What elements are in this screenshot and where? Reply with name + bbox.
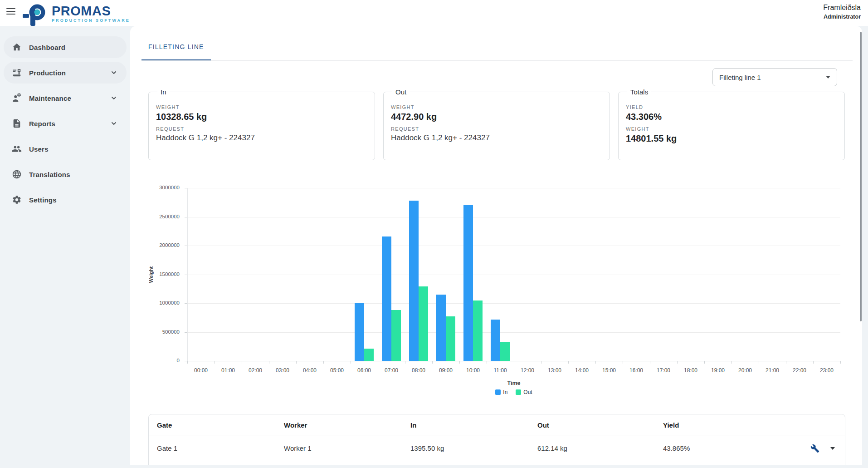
logo-title: PROMAS [52, 4, 130, 18]
engineering-icon [12, 93, 22, 103]
bar-in-07:00[interactable] [382, 236, 391, 361]
x-tick [323, 361, 324, 364]
y-tick-label: 3000000 [137, 185, 180, 190]
vertical-scrollbar[interactable] [860, 32, 862, 321]
bar-in-11:00[interactable] [491, 320, 500, 361]
gates-table: GateWorkerInOutYieldGate 1Worker 11395.5… [148, 414, 845, 465]
sidebar-item-label: Reports [29, 120, 55, 128]
x-tick-label: 07:00 [378, 367, 405, 374]
table-cell: Worker 1 [284, 435, 312, 461]
weight-bar-chart: 3000000250000020000001500000100000050000… [130, 167, 862, 407]
card-field-value: 10328.65 kg [156, 112, 367, 122]
x-tick [759, 361, 759, 364]
bar-in-08:00[interactable] [409, 201, 419, 361]
gridline [187, 188, 840, 188]
user-role: Administrator [823, 14, 861, 20]
sidebar-item-settings[interactable]: Settings [4, 189, 127, 211]
bar-out-10:00[interactable] [473, 301, 483, 361]
card-field-value: 4472.90 kg [391, 112, 602, 122]
table-header-row: GateWorkerInOutYield [149, 414, 845, 435]
y-axis-line [187, 188, 188, 361]
bar-in-10:00[interactable] [463, 205, 473, 361]
x-tick-label: 18:00 [677, 367, 704, 374]
x-tick [269, 361, 269, 364]
x-tick [215, 361, 215, 364]
sidebar-item-translations[interactable]: Translations [4, 163, 127, 185]
chevron-down-icon [110, 120, 117, 127]
x-tick [704, 361, 705, 364]
x-tick-label: 03:00 [269, 367, 296, 374]
bar-out-07:00[interactable] [391, 310, 401, 361]
filleting-line-select-value: Filleting line 1 [719, 74, 826, 81]
bar-out-11:00[interactable] [500, 342, 510, 361]
x-tick [840, 361, 841, 364]
x-tick-label: 10:00 [459, 367, 487, 374]
bar-in-09:00[interactable] [436, 295, 446, 361]
bar-out-06:00[interactable] [364, 349, 374, 361]
sidebar-item-users[interactable]: Users [4, 138, 127, 160]
y-axis-title: Weight [148, 266, 154, 283]
x-tick [623, 361, 623, 364]
card-field-label: WEIGHT [391, 104, 602, 110]
user-info[interactable]: Framleiðsla Administrator [823, 3, 861, 20]
table-row[interactable]: Gate 1Worker 11395.50 kg612.14 kg43.865% [149, 435, 845, 461]
card-legend: In [157, 88, 170, 96]
card-field-label: REQUEST [156, 126, 367, 132]
x-tick-label: 12:00 [514, 367, 541, 374]
promas-logo-icon [22, 4, 48, 27]
legend-item-in[interactable]: In [495, 389, 507, 395]
sidebar-item-label: Settings [29, 196, 57, 204]
x-axis-title: Time [187, 380, 840, 386]
home-icon [12, 42, 22, 52]
chevron-down-icon [110, 94, 117, 102]
sidebar-item-maintenance[interactable]: Maintenance [4, 87, 127, 109]
wrench-icon[interactable] [810, 444, 819, 453]
bar-in-06:00[interactable] [355, 303, 364, 361]
y-tick-label: 2000000 [137, 242, 180, 248]
x-tick [378, 361, 378, 364]
legend-item-out[interactable]: Out [516, 389, 532, 395]
table-header-gate: Gate [157, 414, 172, 435]
sidebar-item-label: Users [29, 145, 49, 153]
legend-swatch [516, 389, 521, 395]
main-panel: FILLETING LINE Filleting line 1 In WEIGH… [130, 26, 862, 465]
y-tick-label: 1500000 [137, 271, 180, 277]
app-header: PROMAS PRODUCTION SOFTWARE Framleiðsla A… [0, 0, 868, 26]
tab-filleting-line-label: FILLETING LINE [148, 43, 204, 59]
sidebar-item-reports[interactable]: Reports [4, 113, 127, 134]
table-cell: 1395.50 kg [410, 435, 444, 461]
legend-label: In [503, 389, 507, 395]
globe-icon [12, 169, 22, 179]
x-tick-label: 16:00 [623, 367, 650, 374]
bar-out-09:00[interactable] [446, 316, 455, 361]
x-tick [187, 361, 188, 364]
x-tick [351, 361, 351, 364]
x-tick-label: 09:00 [432, 367, 459, 374]
x-tick [405, 361, 405, 364]
x-tick [813, 361, 814, 364]
row-expand-icon[interactable] [830, 447, 835, 450]
card-in: In WEIGHT 10328.65 kg REQUEST Haddock G … [148, 88, 375, 160]
sidebar-item-production[interactable]: Production [4, 62, 127, 84]
card-legend: Totals [627, 88, 651, 96]
promas-logo: PROMAS PRODUCTION SOFTWARE [22, 1, 130, 25]
legend-label: Out [523, 389, 532, 395]
filleting-line-select[interactable]: Filleting line 1 [712, 68, 837, 86]
x-tick [731, 361, 732, 364]
sidebar-item-dashboard[interactable]: Dashboard [4, 36, 127, 58]
x-tick [568, 361, 569, 364]
gridline [187, 332, 840, 333]
x-tick-label: 19:00 [704, 367, 731, 374]
card-field-label: REQUEST [391, 126, 602, 132]
y-tick-label: 1000000 [137, 300, 180, 305]
x-tick-label: 21:00 [759, 367, 786, 374]
table-cell: Gate 1 [157, 435, 177, 461]
user-name: Framleiðsla [823, 3, 861, 12]
x-tick [296, 361, 297, 364]
x-tick [432, 361, 433, 364]
tab-filleting-line[interactable]: FILLETING LINE [141, 26, 211, 60]
x-tick-label: 05:00 [323, 367, 351, 374]
tab-bar: FILLETING LINE [141, 26, 853, 61]
bar-out-08:00[interactable] [419, 286, 428, 361]
hamburger-menu-icon[interactable] [6, 8, 16, 16]
